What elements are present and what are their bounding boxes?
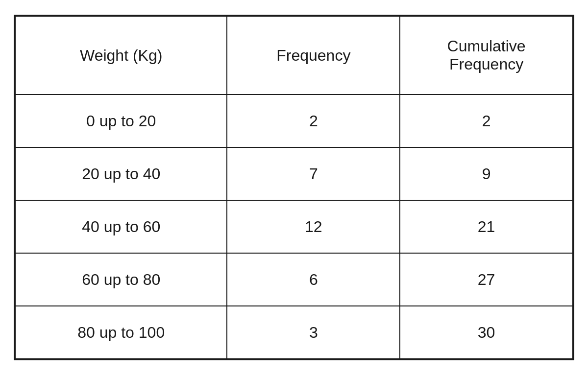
cell-frequency: 12	[227, 200, 400, 253]
cell-weight: 60 up to 80	[15, 253, 227, 306]
frequency-table: Weight (Kg) Frequency CumulativeFrequenc…	[14, 15, 574, 360]
table-row: 40 up to 601221	[15, 200, 573, 253]
header-cumulative-frequency: CumulativeFrequency	[400, 16, 573, 94]
cell-frequency: 6	[227, 253, 400, 306]
cell-frequency: 2	[227, 94, 400, 147]
cell-cumulative: 27	[400, 253, 573, 306]
cell-weight: 0 up to 20	[15, 94, 227, 147]
header-row: Weight (Kg) Frequency CumulativeFrequenc…	[15, 16, 573, 94]
header-frequency: Frequency	[227, 16, 400, 94]
cell-frequency: 3	[227, 306, 400, 359]
cell-weight: 80 up to 100	[15, 306, 227, 359]
cell-cumulative: 9	[400, 147, 573, 200]
cell-cumulative: 21	[400, 200, 573, 253]
table-row: 20 up to 4079	[15, 147, 573, 200]
cell-cumulative: 2	[400, 94, 573, 147]
cell-frequency: 7	[227, 147, 400, 200]
header-weight: Weight (Kg)	[15, 16, 227, 94]
table-row: 0 up to 2022	[15, 94, 573, 147]
cell-weight: 20 up to 40	[15, 147, 227, 200]
cell-cumulative: 30	[400, 306, 573, 359]
table-row: 80 up to 100330	[15, 306, 573, 359]
cell-weight: 40 up to 60	[15, 200, 227, 253]
table-row: 60 up to 80627	[15, 253, 573, 306]
